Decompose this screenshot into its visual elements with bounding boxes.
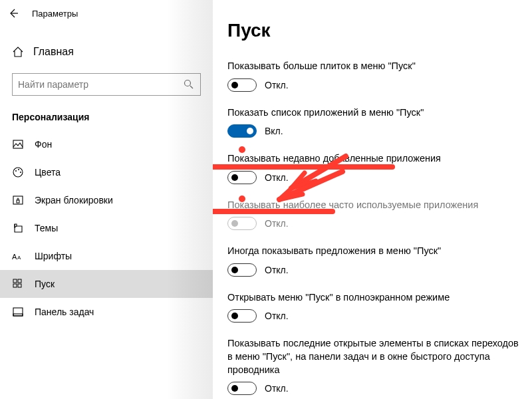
start-icon [12,278,24,290]
svg-rect-13 [18,284,21,287]
toggle-suggestions[interactable] [227,263,257,277]
sidebar-item-start[interactable]: Пуск [0,270,213,298]
sidebar-home[interactable]: Главная [0,40,213,64]
setting-suggestions: Иногда показывать предложения в меню "Пу… [227,245,519,277]
svg-rect-11 [18,279,21,283]
setting-label: Иногда показывать предложения в меню "Пу… [227,245,519,258]
setting-more-tiles: Показывать больше плиток в меню "Пуск" О… [227,60,519,92]
toggle-state: Откл. [265,218,289,229]
search-box[interactable] [12,73,201,96]
palette-icon [12,166,24,178]
toggle-app-list[interactable] [227,124,257,138]
themes-icon [12,222,24,234]
sidebar-item-colors[interactable]: Цвета [0,158,213,186]
sidebar-item-label: Цвета [35,167,61,178]
image-icon [12,138,24,150]
svg-rect-14 [13,308,23,316]
sidebar-item-label: Панель задач [35,307,94,317]
setting-recently-added: Показывать недавно добавленные приложени… [227,152,519,184]
toggle-state: Откл. [265,172,289,183]
setting-label: Показать список приложений в меню "Пуск" [227,106,519,120]
svg-text:A: A [17,255,21,261]
toggle-jumplists[interactable] [227,382,257,395]
toggle-fullscreen[interactable] [227,309,257,323]
sidebar-item-fonts[interactable]: AA Шрифты [0,242,213,270]
arrow-left-icon [8,8,19,19]
taskbar-icon [12,306,24,318]
svg-rect-12 [13,284,17,287]
toggle-state: Вкл. [265,126,283,136]
sidebar-item-taskbar[interactable]: Панель задач [0,298,213,326]
toggle-state: Откл. [265,80,289,90]
title-bar: Параметры [0,0,213,27]
svg-text:A: A [12,253,17,261]
setting-most-used: Показывать наиболее часто используемые п… [227,199,519,231]
setting-label: Показывать недавно добавленные приложени… [227,152,519,166]
svg-point-0 [185,80,191,86]
sidebar-item-label: Экран блокировки [35,195,113,205]
svg-rect-15 [13,314,23,316]
sidebar-item-label: Пуск [35,279,55,289]
sidebar-item-label: Фон [35,139,52,150]
sidebar-nav: Фон Цвета Экран блокировки Темы AA Шрифт… [0,130,213,326]
setting-label: Показывать больше плиток в меню "Пуск" [227,60,519,73]
svg-point-3 [15,170,17,172]
window-title: Параметры [32,9,78,19]
page-title: Пуск [227,20,519,41]
toggle-more-tiles[interactable] [227,78,257,92]
toggle-state: Откл. [265,383,289,394]
search-icon [183,78,195,90]
fonts-icon: AA [12,250,24,262]
setting-jumplists: Показывать последние открытые элементы в… [227,337,519,395]
toggle-state: Откл. [265,311,289,321]
main-content: Пуск Показывать больше плиток в меню "Пу… [213,0,532,399]
svg-point-4 [18,169,19,170]
sidebar-item-label: Темы [35,223,58,233]
sidebar-item-lockscreen[interactable]: Экран блокировки [0,186,213,214]
back-button[interactable] [7,7,20,20]
toggle-most-used [227,217,257,230]
setting-app-list: Показать список приложений в меню "Пуск"… [227,106,519,138]
svg-rect-10 [13,279,17,283]
sidebar-home-label: Главная [33,46,74,58]
sidebar-item-label: Шрифты [35,251,72,261]
lock-icon [12,194,24,206]
setting-label: Открывать меню "Пуск" в полноэкранном ре… [227,291,519,305]
toggle-state: Откл. [265,265,289,275]
svg-point-5 [20,172,21,173]
svg-rect-7 [17,200,19,203]
sidebar-category: Персонализация [0,100,213,130]
setting-fullscreen: Открывать меню "Пуск" в полноэкранном ре… [227,291,519,323]
sidebar: Параметры Главная Персонализация Фон [0,0,213,399]
home-icon [12,46,24,58]
toggle-recently-added[interactable] [227,171,257,184]
sidebar-item-themes[interactable]: Темы [0,214,213,242]
setting-label: Показывать наиболее часто используемые п… [227,199,519,212]
sidebar-item-background[interactable]: Фон [0,130,213,158]
search-input[interactable] [18,79,183,90]
setting-label: Показывать последние открытые элементы в… [227,337,519,376]
